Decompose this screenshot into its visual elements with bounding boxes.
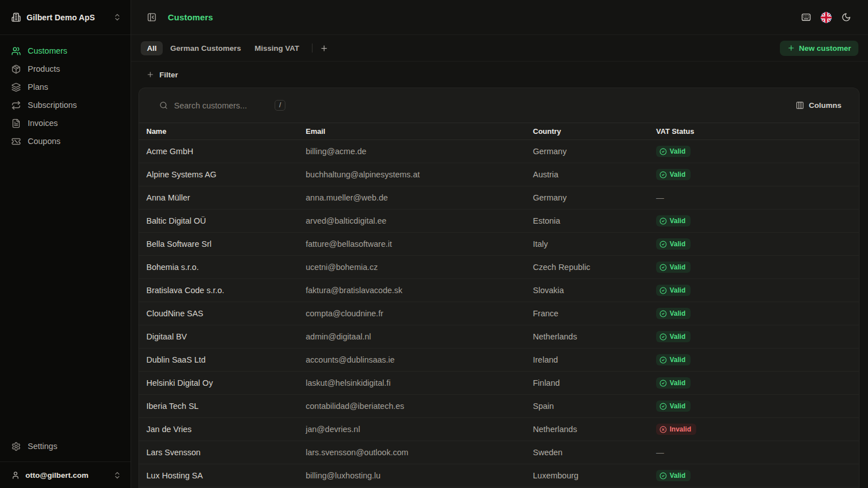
tab-missing-vat[interactable]: Missing VAT	[249, 41, 306, 55]
customer-country: France	[527, 302, 650, 325]
vat-status-badge: Valid	[656, 331, 691, 342]
customer-country: Finland	[527, 372, 650, 395]
vat-status-label: Valid	[670, 472, 685, 480]
table-row[interactable]: Lux Hosting SAbilling@luxhosting.luLuxem…	[139, 464, 859, 487]
customer-country: Luxembourg	[527, 464, 650, 487]
customer-email: ucetni@bohemia.cz	[300, 256, 527, 279]
customer-vat-status: Valid	[650, 163, 859, 186]
table-row[interactable]: Lars Svenssonlars.svensson@outlook.comSw…	[139, 441, 859, 464]
table-row[interactable]: Helsinki Digital Oylaskut@helsinkidigita…	[139, 372, 859, 395]
customer-name: Lars Svensson	[139, 441, 300, 464]
org-switcher[interactable]: Gilbert Demo ApS	[0, 0, 131, 35]
panel-left-icon	[147, 12, 157, 22]
search-icon-wrap	[159, 101, 168, 110]
repeat-icon	[11, 101, 21, 110]
tabs-row: AllGerman CustomersMissing VAT New custo…	[131, 35, 868, 62]
sidebar-item-customers[interactable]: Customers	[7, 42, 124, 59]
header-vat-status[interactable]: VAT Status	[650, 123, 859, 140]
table-row[interactable]: Dublin SaaS Ltdaccounts@dublinsaas.ieIre…	[139, 348, 859, 372]
filter-button[interactable]: Filter	[146, 71, 178, 79]
table-row[interactable]: Jan de Vriesjan@devries.nlNetherlandsInv…	[139, 418, 859, 441]
check-circle-icon	[659, 171, 667, 178]
language-flag-uk-icon[interactable]	[821, 12, 832, 23]
vat-status-label: Valid	[670, 333, 685, 341]
customer-email: anna.mueller@web.de	[300, 186, 527, 210]
table-row[interactable]: CloudNine SAScompta@cloudnine.frFranceVa…	[139, 302, 859, 325]
header-name[interactable]: Name	[139, 123, 300, 140]
columns-icon	[796, 101, 804, 110]
columns-button[interactable]: Columns	[796, 101, 841, 110]
sidebar-item-products[interactable]: Products	[7, 60, 124, 77]
vat-status-label: Valid	[670, 240, 685, 248]
filter-label: Filter	[159, 71, 178, 79]
sidebar-item-label: Coupons	[28, 137, 60, 146]
vat-status-empty: —	[656, 448, 664, 457]
check-circle-icon	[659, 356, 667, 364]
customer-vat-status: Valid	[650, 372, 859, 395]
customer-name: Jan de Vries	[139, 418, 300, 441]
customer-vat-status: Valid	[650, 395, 859, 418]
customer-country: Estonia	[527, 210, 650, 233]
table-row[interactable]: Bratislava Code s.r.o.faktura@bratislava…	[139, 279, 859, 302]
customer-country: Netherlands	[527, 418, 650, 441]
new-customer-button[interactable]: New customer	[780, 41, 858, 56]
table-row[interactable]: Acme GmbHbilling@acme.deGermanyValid	[139, 140, 859, 163]
dark-mode-moon-icon[interactable]	[841, 12, 851, 22]
customer-country: Spain	[527, 395, 650, 418]
table-row[interactable]: Bohemia s.r.o.ucetni@bohemia.czCzech Rep…	[139, 256, 859, 279]
customer-vat-status: Valid	[650, 233, 859, 256]
vat-status-label: Valid	[670, 310, 685, 317]
sidebar-item-coupons[interactable]: Coupons	[7, 133, 124, 150]
vat-status-badge: Valid	[656, 146, 691, 157]
table-row[interactable]: Bella Software Srlfatture@bellasoftware.…	[139, 233, 859, 256]
sidebar-item-settings[interactable]: Settings	[7, 438, 124, 455]
customers-table: Name Email Country VAT Status Acme GmbHb…	[139, 123, 859, 487]
sidebar-item-invoices[interactable]: Invoices	[7, 115, 124, 132]
customer-country: Germany	[527, 140, 650, 163]
chevrons-up-down-icon	[113, 13, 121, 21]
table-row[interactable]: Anna Mülleranna.mueller@web.deGermany—	[139, 186, 859, 210]
customer-name: Iberia Tech SL	[139, 395, 300, 418]
table-row[interactable]: Alpine Systems AGbuchhaltung@alpinesyste…	[139, 163, 859, 186]
vat-status-badge: Valid	[656, 354, 691, 365]
check-circle-icon	[659, 264, 667, 271]
customer-country: Germany	[527, 186, 650, 210]
customer-country: Ireland	[527, 348, 650, 372]
package-icon	[11, 64, 21, 74]
customer-vat-status: Valid	[650, 348, 859, 372]
header-country[interactable]: Country	[527, 123, 650, 140]
customer-email: faktura@bratislavacode.sk	[300, 279, 527, 302]
check-circle-icon	[659, 287, 667, 294]
sidebar-item-subscriptions[interactable]: Subscriptions	[7, 97, 124, 114]
check-circle-icon	[659, 217, 667, 225]
sidebar-item-plans[interactable]: Plans	[7, 79, 124, 95]
table-row[interactable]: Baltic Digital OÜarved@balticdigital.eeE…	[139, 210, 859, 233]
user-email: otto@gilbert.com	[25, 471, 107, 480]
tab-all[interactable]: All	[141, 41, 163, 55]
search-input[interactable]	[174, 101, 275, 110]
collapse-sidebar-button[interactable]	[147, 12, 157, 22]
check-circle-icon	[659, 333, 667, 341]
customer-country: Slovakia	[527, 279, 650, 302]
topbar: Customers	[131, 0, 868, 35]
customer-email: fatture@bellasoftware.it	[300, 233, 527, 256]
check-circle-icon	[659, 148, 667, 155]
header-email[interactable]: Email	[300, 123, 527, 140]
users-icon	[11, 46, 21, 56]
add-view-button[interactable]	[318, 42, 331, 55]
layers-icon	[11, 82, 21, 92]
table-header-row: Name Email Country VAT Status	[139, 123, 859, 140]
customer-vat-status: —	[650, 186, 859, 210]
table-row[interactable]: Iberia Tech SLcontabilidad@iberiatech.es…	[139, 395, 859, 418]
customer-email: arved@balticdigital.ee	[300, 210, 527, 233]
table-row[interactable]: Digitaal BVadmin@digitaal.nlNetherlandsV…	[139, 325, 859, 348]
customer-name: Lux Hosting SA	[139, 464, 300, 487]
plus-icon	[787, 44, 795, 52]
user-menu[interactable]: otto@gilbert.com	[0, 461, 131, 488]
plus-icon	[320, 44, 328, 53]
settings-label: Settings	[28, 442, 57, 451]
vat-status-badge: Invalid	[656, 424, 696, 435]
file-text-icon	[11, 119, 21, 128]
tab-german-customers[interactable]: German Customers	[164, 41, 247, 55]
keyboard-shortcuts-icon[interactable]	[801, 12, 811, 22]
